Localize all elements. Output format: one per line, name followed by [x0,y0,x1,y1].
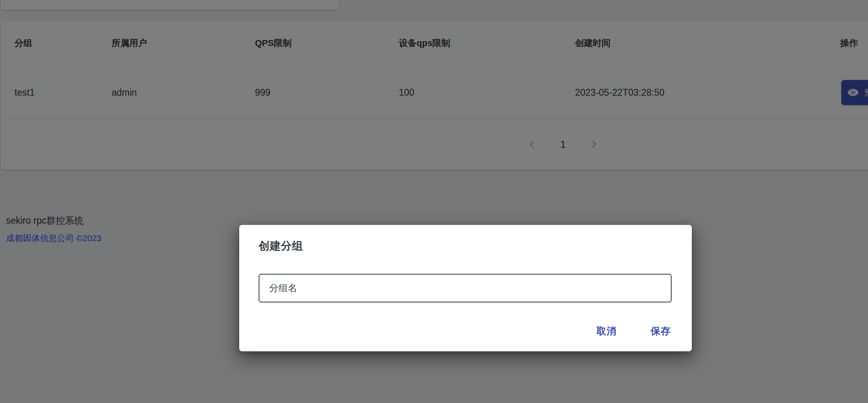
cancel-button[interactable]: 取消 [590,321,623,341]
dialog-actions: 取消 保存 [590,321,677,341]
group-name-input[interactable] [259,274,672,302]
create-group-dialog: 创建分组 取消 保存 [239,225,692,351]
dialog-title: 创建分组 [259,239,303,253]
save-button[interactable]: 保存 [644,321,677,341]
